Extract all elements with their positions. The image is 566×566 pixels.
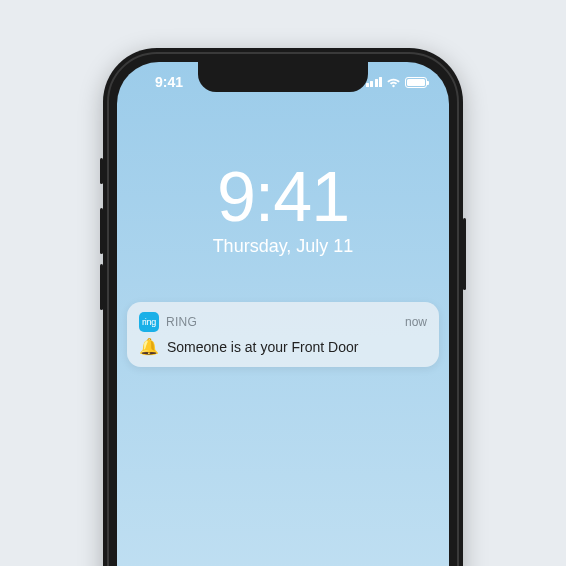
notification-header: ring RING now — [139, 312, 427, 332]
wifi-icon — [386, 77, 401, 88]
clock-block: 9:41 Thursday, July 11 — [117, 162, 449, 257]
bell-icon: 🔔 — [139, 339, 159, 355]
lock-screen[interactable]: 9:41 9:41 Thursday, July 11 ring RING no… — [117, 62, 449, 566]
notification-body: 🔔 Someone is at your Front Door — [139, 339, 427, 355]
volume-up-button[interactable] — [100, 208, 103, 254]
lock-time: 9:41 — [117, 162, 449, 232]
cellular-signal-icon — [366, 77, 383, 87]
lock-date: Thursday, July 11 — [117, 236, 449, 257]
notification-card[interactable]: ring RING now 🔔 Someone is at your Front… — [127, 302, 439, 367]
notification-app-name: RING — [166, 315, 398, 329]
silence-switch[interactable] — [100, 158, 103, 184]
power-button[interactable] — [463, 218, 466, 290]
status-time: 9:41 — [139, 74, 199, 90]
phone-frame: 9:41 9:41 Thursday, July 11 ring RING no… — [103, 48, 463, 566]
volume-down-button[interactable] — [100, 264, 103, 310]
notification-message: Someone is at your Front Door — [167, 339, 358, 355]
battery-icon — [405, 77, 427, 88]
notch — [198, 62, 368, 92]
ring-app-icon: ring — [139, 312, 159, 332]
notification-timestamp: now — [405, 315, 427, 329]
